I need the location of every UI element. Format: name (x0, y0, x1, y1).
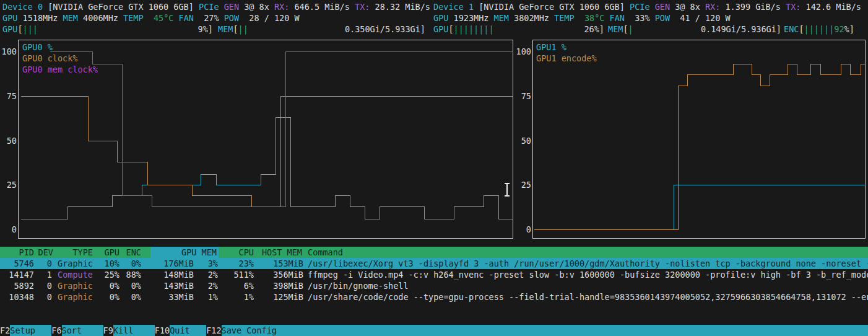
fkey-f2-setup[interactable]: F2Setup (0, 325, 51, 336)
cell-pid: 5892 (14, 280, 34, 291)
fkey-f9-kill[interactable]: F9Kill (103, 325, 155, 336)
text-segment: 38°C (584, 13, 605, 23)
process-row[interactable]: 141471Compute25%88%148MiB2%511%356MiBffm… (0, 269, 868, 280)
usage-bar-group: GPU[|||||||| (433, 24, 494, 35)
cell-enc: 88% (126, 269, 141, 280)
text-segment: MEM (608, 24, 623, 34)
fkey-key: F6 (51, 325, 61, 336)
device0-clock-line: GPU 1518MHz MEM 4006MHz TEMP 45°C FAN 27… (2, 12, 300, 24)
cell-pid: 10348 (9, 291, 34, 303)
cell-cpu: 6% (244, 280, 254, 291)
fkey-key: F2 (0, 325, 10, 336)
device0-info-line: Device 0 [NVIDIA GeForce GTX 1060 6GB] P… (2, 1, 430, 12)
text-segment: 28.32 MiB/s (370, 2, 430, 12)
text-segment: [NVIDIA GeForce GTX 1060 6GB] (43, 2, 199, 12)
cell-cpu: 23% (239, 258, 254, 269)
process-row[interactable]: 57460Graphic10%0%176MiB3%23%153MiB/usr/l… (0, 258, 868, 269)
cell-pid: 14147 (9, 269, 34, 280)
usage-bar-group: MEM[| (608, 24, 633, 35)
usage-bar-group: ENC[||||||92%] (784, 24, 854, 35)
cell-gpu-mem: 176MiB (163, 258, 194, 269)
text-segment: 142.6 MiB/s (801, 2, 861, 12)
text-segment: GPU (433, 24, 448, 34)
text-segment: TX: (786, 2, 801, 12)
function-key-bar: F2SetupF6SortF9KillF10QuitF12Save Config (0, 325, 868, 336)
fkey-key: F12 (206, 325, 221, 336)
text-segment: RX: (705, 2, 720, 12)
text-segment: PCIe (630, 2, 650, 12)
cell-command: ffmpeg -i Video.mp4 -c:v h264_nvenc -pre… (308, 269, 868, 280)
cell-enc: 0% (131, 258, 141, 269)
text-segment: 27% (194, 13, 224, 23)
cell-type: Graphic (58, 258, 93, 269)
fkey-label: Quit (170, 325, 206, 336)
text-segment: [NVIDIA GeForce GTX 1060 6GB] (474, 2, 630, 12)
column-header-cpu: CPU (239, 247, 254, 258)
column-header-type: TYPE (72, 247, 93, 258)
usage-bar-group: 0.149Gi/5.936Gi] (701, 24, 781, 35)
fkey-f6-sort[interactable]: F6Sort (51, 325, 103, 336)
legend-gpu0-: GPU0 % (22, 42, 53, 53)
fkey-label: Sort (62, 325, 103, 336)
cell-dev: 0 (47, 291, 52, 303)
text-segment (604, 13, 609, 23)
cell-command: /usr/bin/gnome-shell (308, 280, 868, 291)
text-segment: [ (448, 24, 453, 34)
process-row[interactable]: 58920Graphic0%0%143MiB2%6%398MiB/usr/bin… (0, 280, 868, 291)
y-axis-tick: 25 (511, 179, 531, 190)
gpu1-history-graph (532, 40, 866, 239)
fkey-f12-save-config[interactable]: F12Save Config (206, 325, 868, 336)
text-segment: |||||||| (454, 24, 494, 34)
text-segment: PCIe (199, 2, 219, 12)
y-axis-tick: 100 (0, 46, 17, 57)
device1-info-line: Device 1 [NVIDIA GeForce GTX 1060 6GB] P… (433, 1, 861, 12)
cell-type: Graphic (58, 291, 93, 303)
cell-gpu: 0% (110, 291, 119, 303)
text-segment: MEM (63, 13, 78, 23)
fkey-label: Setup (10, 325, 51, 336)
text-segment: 4006MHz (78, 13, 123, 23)
fkey-label: Save Config (222, 325, 868, 336)
cell-gpu: 0% (110, 280, 119, 291)
text-segment: 26%] (584, 24, 604, 34)
device1-clock-line: GPU 1923MHz MEM 3802MHz TEMP 38°C FAN 33… (433, 12, 731, 24)
text-segment: | (628, 24, 633, 34)
y-axis-tick: 100 (511, 46, 531, 57)
y-axis-tick: 0 (511, 224, 531, 235)
cell-gpu: 25% (105, 269, 119, 280)
text-segment: 0.149Gi/5.936Gi] (701, 24, 781, 34)
cell-host-mem: 153MiB (273, 258, 303, 269)
fkey-label: Kill (113, 325, 155, 336)
process-row[interactable]: 103480Graphic0%0%33MiB1%1%125MiB/usr/sha… (0, 291, 868, 303)
process-table-header: PIDDEVTYPEGPUENCGPU MEMCPUHOST MEMComman… (0, 247, 868, 258)
cell-gpu-mem-pct: 2% (208, 280, 218, 291)
text-segment: POW (224, 13, 239, 23)
text-segment: Device 0 (2, 2, 43, 12)
column-header-dev: DEV (38, 247, 53, 258)
cell-dev: 0 (47, 280, 52, 291)
text-segment: 1.399 GiB/s (720, 2, 786, 12)
text-segment: 3@ 8x (239, 2, 274, 12)
cell-gpu-mem: 33MiB (168, 291, 194, 303)
text-segment: RX: (274, 2, 289, 12)
text-segment: GPU (433, 13, 448, 23)
y-axis-tick: 50 (0, 135, 17, 146)
text-segment: 45°C (154, 13, 174, 23)
cell-gpu-mem-pct: 1% (208, 291, 218, 303)
cell-command: /usr/share/code/code --type=gpu-process … (308, 291, 868, 303)
text-segment: %] (844, 24, 854, 34)
y-axis-tick: 25 (0, 179, 17, 190)
y-axis-tick: 75 (511, 91, 531, 102)
text-segment: FAN (179, 13, 194, 23)
cell-type: Compute (58, 269, 93, 280)
text-segment: TEMP (123, 13, 144, 23)
column-header-gpu: GPU (105, 247, 119, 258)
fkey-f10-quit[interactable]: F10Quit (155, 325, 206, 336)
usage-bar-group: 26%] (584, 24, 604, 35)
text-segment: 28 / 120 W (239, 13, 300, 23)
text-segment: 1518MHz (17, 13, 63, 23)
text-segment: TX: (355, 2, 370, 12)
fkey-key: F10 (155, 325, 170, 336)
legend-gpu1-encode-: GPU1 encode% (536, 53, 597, 64)
column-header-pid: PID (19, 247, 34, 258)
